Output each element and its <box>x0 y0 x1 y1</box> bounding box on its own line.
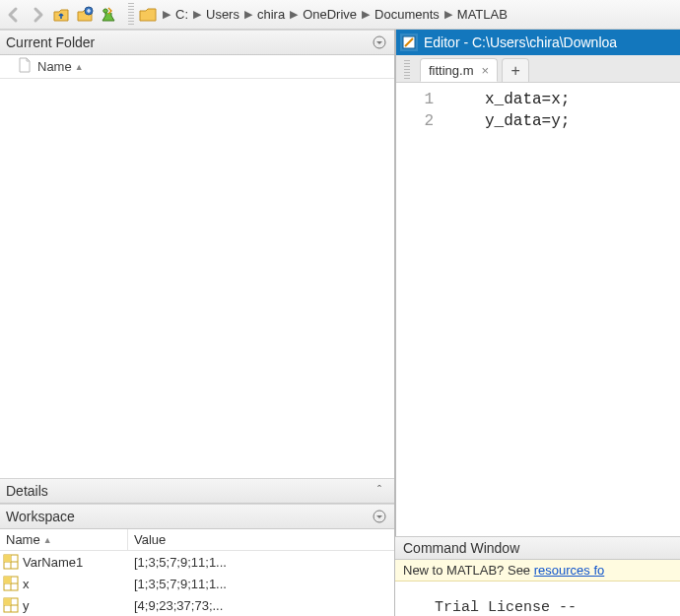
breadcrumb-segment[interactable]: chira <box>255 7 287 22</box>
var-name: x <box>23 577 30 591</box>
toolbar-grip[interactable] <box>128 3 134 26</box>
editor-body[interactable]: 1 2 x_data=x; y_data=y; <box>396 83 680 536</box>
command-window-body[interactable]: Trial License -- <box>395 582 680 616</box>
workspace-row[interactable]: y [4;9;23;37;73;... <box>0 594 394 616</box>
workspace-row[interactable]: x [1;3;5;7;9;11;1... <box>0 573 394 594</box>
workspace-columns: Name ▲ Value <box>0 529 394 551</box>
panel-menu-button[interactable] <box>371 508 388 525</box>
breadcrumb-segment[interactable]: OneDrive <box>301 7 359 22</box>
svg-rect-14 <box>4 598 11 605</box>
editor-code[interactable]: x_data=x; y_data=y; <box>445 89 570 536</box>
current-folder-header: Current Folder <box>0 30 394 55</box>
variable-icon <box>3 597 19 613</box>
command-window-header: Command Window <box>395 536 680 560</box>
command-window-hint: New to MATLAB? See resources fo <box>395 560 680 582</box>
current-folder-columns: Name ▲ <box>0 55 394 79</box>
address-toolbar: ▶ C: ▶ Users ▶ chira ▶ OneDrive ▶ Docume… <box>0 0 680 30</box>
editor-gutter: 1 2 <box>396 89 445 536</box>
collapse-icon[interactable]: ˆ <box>371 482 388 500</box>
variable-icon <box>3 554 19 570</box>
current-folder-list[interactable] <box>0 79 394 478</box>
workspace-rows: VarName1 [1;3;5;7;9;11;1... x [1;3;5;7;9… <box>0 551 394 616</box>
back-button[interactable] <box>3 4 25 26</box>
chevron-right-icon: ▶ <box>444 8 452 21</box>
breadcrumb-segment[interactable]: MATLAB <box>455 7 510 22</box>
var-name: VarName1 <box>23 555 83 570</box>
var-value: [4;9;23;37;73;... <box>128 598 223 613</box>
sort-asc-icon: ▲ <box>75 62 84 72</box>
editor-tabstrip: fitting.m × + <box>396 55 680 83</box>
chevron-right-icon: ▶ <box>244 8 252 21</box>
column-name[interactable]: Name <box>37 59 72 74</box>
chevron-right-icon: ▶ <box>362 8 370 21</box>
editor-title: Editor - C:\Users\chira\Downloa <box>424 34 617 50</box>
editor-titlebar: Editor - C:\Users\chira\Downloa <box>396 30 680 55</box>
var-name: y <box>23 598 30 613</box>
editor-app-icon <box>400 34 418 51</box>
file-icon <box>18 57 32 76</box>
sort-asc-icon: ▲ <box>43 535 52 545</box>
breadcrumb-segment[interactable]: Users <box>204 7 241 22</box>
chevron-right-icon: ▶ <box>163 8 170 21</box>
folder-icon <box>137 4 159 26</box>
column-value[interactable]: Value <box>134 532 166 547</box>
chevron-right-icon: ▶ <box>290 8 298 21</box>
svg-rect-6 <box>4 555 11 562</box>
breadcrumb-segment[interactable]: C: <box>173 7 190 22</box>
breadcrumb-segment[interactable]: Documents <box>373 7 442 22</box>
svg-rect-10 <box>4 577 11 583</box>
tabstrip-grip[interactable] <box>404 60 410 79</box>
editor-tab[interactable]: fitting.m × <box>420 58 498 82</box>
up-folder-button[interactable] <box>50 4 72 26</box>
workspace-row[interactable]: VarName1 [1;3;5;7;9;11;1... <box>0 551 394 573</box>
tab-label: fitting.m <box>429 63 474 78</box>
variable-icon <box>3 576 19 591</box>
close-tab-button[interactable]: × <box>482 63 490 78</box>
forward-button[interactable] <box>27 4 48 26</box>
new-tab-button[interactable]: + <box>502 58 529 82</box>
var-value: [1;3;5;7;9;11;1... <box>128 577 227 591</box>
chevron-right-icon: ▶ <box>193 8 201 21</box>
column-name[interactable]: Name <box>6 532 40 547</box>
workspace-title: Workspace <box>6 509 75 524</box>
details-title: Details <box>6 483 48 499</box>
find-files-button[interactable] <box>98 4 119 26</box>
workspace-header: Workspace <box>0 504 394 529</box>
var-value: [1;3;5;7;9;11;1... <box>128 555 227 570</box>
resources-link[interactable]: resources fo <box>534 563 605 578</box>
current-folder-title: Current Folder <box>6 34 95 50</box>
details-header[interactable]: Details ˆ <box>0 478 394 504</box>
command-window-title: Command Window <box>403 540 519 556</box>
browse-button[interactable] <box>74 4 96 26</box>
panel-menu-button[interactable] <box>371 34 388 51</box>
